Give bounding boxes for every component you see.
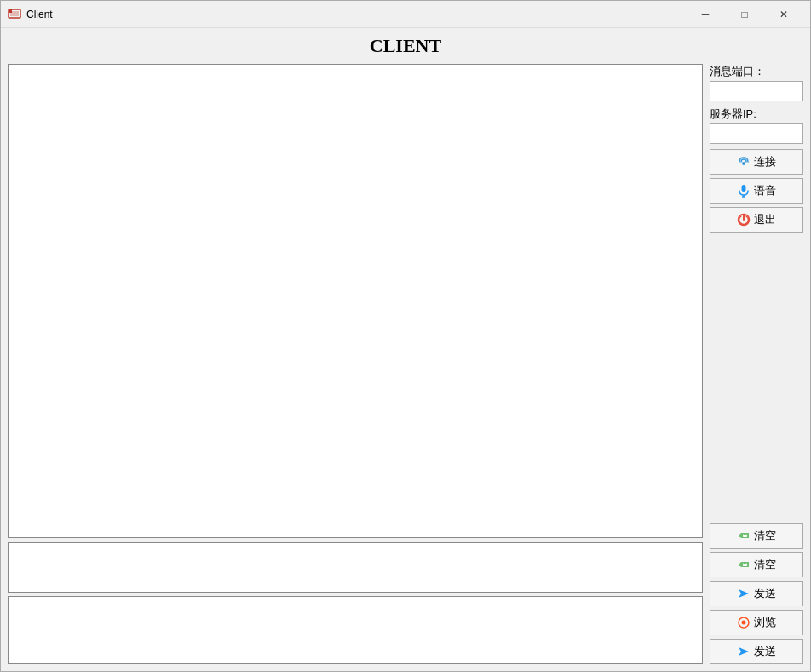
text-input-area[interactable] — [8, 542, 703, 593]
main-area: 消息端口： 服务器IP: — [8, 64, 803, 664]
bottom-buttons-group2: 清空 发送 — [710, 552, 803, 664]
send2-icon — [737, 645, 751, 658]
connect-button[interactable]: 连接 — [710, 149, 803, 175]
connect-icon — [737, 155, 751, 169]
bottom-buttons-group1: 清空 — [710, 523, 803, 549]
left-panels — [8, 64, 703, 664]
port-field-group: 消息端口： — [710, 64, 803, 101]
send-button-1[interactable]: 发送 — [710, 581, 803, 606]
port-input[interactable] — [710, 81, 803, 101]
title-bar-title: Client — [26, 9, 53, 20]
clear2-label: 清空 — [754, 557, 776, 572]
ip-field-group: 服务器IP: — [710, 106, 803, 144]
browse-button[interactable]: 浏览 — [710, 610, 803, 635]
svg-point-16 — [742, 621, 746, 625]
title-bar: Client ─ □ ✕ — [1, 1, 810, 28]
send-button-2[interactable]: 发送 — [710, 639, 803, 664]
connect-label: 连接 — [754, 154, 776, 169]
send1-icon — [737, 587, 751, 600]
voice-icon — [737, 184, 751, 198]
svg-marker-17 — [739, 647, 749, 656]
send1-label: 发送 — [754, 586, 776, 601]
exit-label: 退出 — [754, 212, 776, 227]
minimize-button[interactable]: ─ — [686, 1, 725, 28]
svg-point-3 — [742, 162, 745, 165]
browse-label: 浏览 — [754, 615, 776, 630]
main-window: Client ─ □ ✕ CLIENT — [0, 0, 811, 672]
top-buttons: 连接 语音 — [710, 149, 803, 233]
app-icon — [8, 8, 21, 21]
voice-label: 语音 — [754, 183, 776, 198]
message-display-area[interactable] — [8, 64, 703, 538]
right-panel: 消息端口： 服务器IP: — [710, 64, 803, 664]
page-title: CLIENT — [8, 35, 803, 57]
svg-rect-2 — [9, 9, 12, 13]
file-area[interactable] — [8, 596, 703, 664]
exit-icon — [737, 213, 751, 227]
exit-button[interactable]: 退出 — [710, 207, 803, 233]
svg-marker-14 — [739, 589, 749, 598]
clear-button-2[interactable]: 清空 — [710, 552, 803, 577]
window-content: CLIENT — [1, 28, 810, 671]
voice-button[interactable]: 语音 — [710, 178, 803, 204]
browse-icon — [737, 616, 751, 629]
send2-label: 发送 — [754, 644, 776, 659]
close-button[interactable]: ✕ — [764, 1, 803, 28]
clear1-icon — [737, 529, 751, 543]
svg-rect-4 — [742, 185, 746, 192]
clear1-label: 清空 — [754, 528, 776, 543]
maximize-button[interactable]: □ — [725, 1, 764, 28]
ip-label: 服务器IP: — [710, 106, 803, 122]
clear2-icon — [737, 558, 751, 571]
ip-input[interactable] — [710, 123, 803, 144]
port-label: 消息端口： — [710, 64, 803, 79]
title-bar-controls: ─ □ ✕ — [686, 1, 803, 28]
title-bar-left: Client — [8, 8, 53, 21]
text-input-row — [8, 542, 703, 593]
spacer — [710, 236, 803, 523]
clear-button-1[interactable]: 清空 — [710, 523, 803, 549]
file-row — [8, 596, 703, 664]
